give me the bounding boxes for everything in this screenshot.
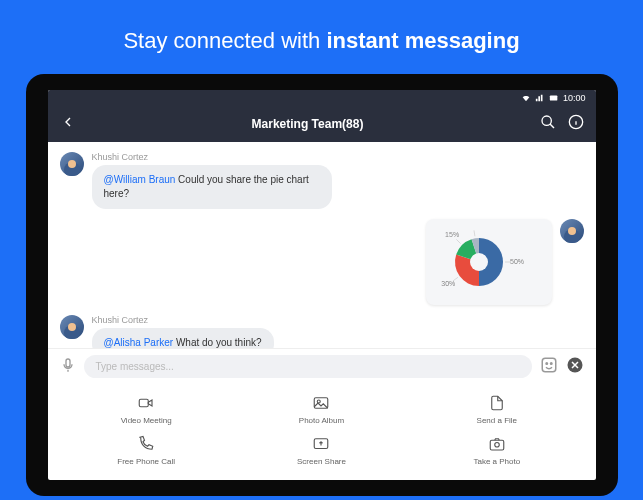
message-text: What do you think? — [173, 337, 261, 348]
status-bar: 10:00 — [48, 90, 596, 106]
svg-rect-17 — [490, 440, 504, 450]
camera-icon — [488, 435, 506, 453]
info-icon — [568, 114, 584, 130]
svg-point-1 — [542, 116, 551, 125]
video-icon — [137, 394, 155, 412]
svg-line-5 — [456, 239, 460, 243]
chat-area: Khushi Cortez @William Braun Could you s… — [48, 142, 596, 348]
signal-icon — [535, 93, 545, 103]
phone-icon — [137, 435, 155, 453]
chevron-left-icon — [60, 114, 76, 130]
svg-rect-0 — [550, 96, 558, 101]
svg-point-10 — [546, 362, 548, 364]
status-time: 10:00 — [563, 93, 586, 103]
action-label: Screen Share — [297, 457, 346, 466]
header: Marketing Team(88) — [48, 106, 596, 142]
mention[interactable]: @William Braun — [104, 174, 176, 185]
screenshare-icon — [312, 435, 330, 453]
info-button[interactable] — [568, 114, 584, 134]
take-photo-button[interactable]: Take a Photo — [410, 431, 583, 470]
svg-rect-9 — [542, 358, 556, 372]
sender-name: Khushi Cortez — [92, 152, 332, 162]
back-button[interactable] — [60, 114, 76, 134]
promo-banner: Stay connected with instant messaging — [0, 0, 643, 74]
pie-label: 50% — [509, 258, 523, 265]
close-button[interactable] — [566, 356, 584, 378]
avatar[interactable] — [60, 152, 84, 176]
wifi-icon — [521, 93, 531, 103]
action-label: Send a File — [477, 416, 517, 425]
tablet-frame: 10:00 Marketing Team(88) Khushi Cortez — [26, 74, 618, 496]
emoji-button[interactable] — [540, 356, 558, 378]
action-label: Video Meeting — [121, 416, 172, 425]
avatar[interactable] — [560, 219, 584, 243]
battery-icon — [549, 93, 559, 103]
microphone-icon — [60, 357, 76, 373]
screen: 10:00 Marketing Team(88) Khushi Cortez — [48, 90, 596, 480]
send-file-button[interactable]: Send a File — [410, 390, 583, 429]
mention[interactable]: @Alisha Parker — [104, 337, 174, 348]
chat-title: Marketing Team(88) — [76, 117, 540, 131]
pie-label: 30% — [441, 280, 455, 287]
svg-point-7 — [470, 253, 488, 271]
avatar[interactable] — [60, 315, 84, 339]
action-label: Take a Photo — [473, 457, 520, 466]
close-icon — [566, 356, 584, 374]
message-input[interactable]: Type messages... — [84, 355, 532, 378]
promo-text-bold: instant messaging — [326, 28, 519, 53]
sender-name: Khushi Cortez — [92, 315, 274, 325]
pie-label: 15% — [445, 231, 459, 238]
promo-text-plain: Stay connected with — [123, 28, 326, 53]
search-button[interactable] — [540, 114, 556, 134]
emoji-icon — [540, 356, 558, 374]
photo-icon — [312, 394, 330, 412]
action-label: Free Phone Call — [117, 457, 175, 466]
message-bubble[interactable]: @Alisha Parker What do you think? — [92, 328, 274, 348]
svg-line-6 — [473, 230, 474, 236]
search-icon — [540, 114, 556, 130]
svg-point-18 — [495, 443, 500, 448]
svg-line-4 — [453, 277, 458, 281]
video-meeting-button[interactable]: Video Meeting — [60, 390, 233, 429]
input-bar: Type messages... — [48, 348, 596, 384]
message-row: Khushi Cortez @Alisha Parker What do you… — [60, 315, 584, 348]
pie-chart: 50%30%15%5% — [434, 227, 544, 297]
svg-rect-8 — [66, 359, 70, 367]
action-grid: Video Meeting Photo Album Send a File Fr… — [48, 384, 596, 480]
phone-call-button[interactable]: Free Phone Call — [60, 431, 233, 470]
voice-button[interactable] — [60, 357, 76, 377]
message-bubble[interactable]: @William Braun Could you share the pie c… — [92, 165, 332, 209]
svg-point-11 — [550, 362, 552, 364]
screen-share-button[interactable]: Screen Share — [235, 431, 408, 470]
file-icon — [488, 394, 506, 412]
message-row: 50%30%15%5% — [60, 219, 584, 305]
chart-attachment[interactable]: 50%30%15%5% — [426, 219, 552, 305]
svg-rect-13 — [139, 399, 148, 407]
action-label: Photo Album — [299, 416, 344, 425]
message-row: Khushi Cortez @William Braun Could you s… — [60, 152, 584, 209]
photo-album-button[interactable]: Photo Album — [235, 390, 408, 429]
